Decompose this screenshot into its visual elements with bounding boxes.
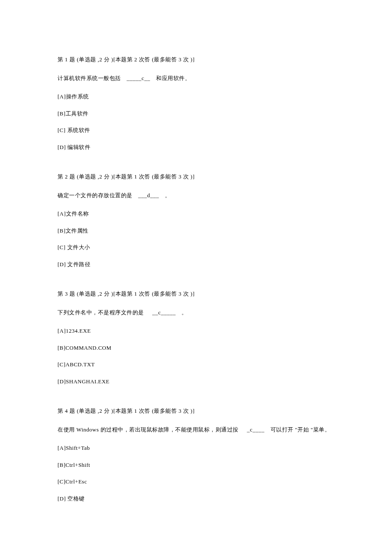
option-d: [D] 文件路径 <box>58 260 334 269</box>
stem-post: 和应用软件。 <box>156 75 190 81</box>
option-b: [B]COMMAND.COM <box>58 344 334 352</box>
stem-blank: __c_____ <box>152 309 176 316</box>
question-stem: 下列文件名中，不是程序文件的是 __c_____ 。 <box>58 308 334 317</box>
stem-post: 可以打开 "开始 "菜单。 <box>271 426 331 433</box>
stem-blank: _____c__ <box>127 75 150 81</box>
question-stem: 在使用 Windows 的过程中，若出现鼠标故障，不能使用鼠标，则通过按 _c_… <box>58 426 334 434</box>
question-1: 第 1 题 (单选题 ,2 分 )[本题第 2 次答 (最多能答 3 次 )] … <box>58 55 334 151</box>
option-d: [D]SHANGHAI.EXE <box>58 377 334 386</box>
option-a: [A]Shift+Tab <box>58 444 334 452</box>
option-c: [C]ABCD.TXT <box>58 360 334 369</box>
question-stem: 确定一个文件的存放位置的是 ___d___ 。 <box>58 191 334 200</box>
option-b: [B]工具软件 <box>58 109 334 118</box>
option-c: [C] 文件大小 <box>58 243 334 252</box>
stem-blank: _c____ <box>247 426 265 433</box>
option-d: [D] 编辑软件 <box>58 143 334 152</box>
option-c: [C] 系统软件 <box>58 126 334 135</box>
option-d: [D] 空格键 <box>58 495 334 503</box>
question-header: 第 3 题 (单选题 ,2 分 )[本题第 1 次答 (最多能答 3 次 )] <box>58 290 334 298</box>
stem-blank: ___d___ <box>138 192 159 198</box>
question-header: 第 2 题 (单选题 ,2 分 )[本题第 1 次答 (最多能答 3 次 )] <box>58 173 334 181</box>
option-a: [A]1234.EXE <box>58 327 334 335</box>
stem-pre: 下列文件名中，不是程序文件的是 <box>58 309 144 316</box>
question-stem: 计算机软件系统一般包括 _____c__ 和应用软件。 <box>58 74 334 83</box>
stem-pre: 确定一个文件的存放位置的是 <box>58 192 133 198</box>
option-c: [C]Ctrl+Esc <box>58 477 334 486</box>
option-a: [A]文件名称 <box>58 210 334 218</box>
option-b: [B]Ctrl+Shift <box>58 461 334 469</box>
question-2: 第 2 题 (单选题 ,2 分 )[本题第 1 次答 (最多能答 3 次 )] … <box>58 173 334 268</box>
option-b: [B]文件属性 <box>58 227 334 235</box>
stem-post: 。 <box>182 309 187 316</box>
question-3: 第 3 题 (单选题 ,2 分 )[本题第 1 次答 (最多能答 3 次 )] … <box>58 290 334 385</box>
question-header: 第 4 题 (单选题 ,2 分 )[本题第 1 次答 (最多能答 3 次 )] <box>58 407 334 415</box>
option-a: [A]操作系统 <box>58 92 334 101</box>
question-4: 第 4 题 (单选题 ,2 分 )[本题第 1 次答 (最多能答 3 次 )] … <box>58 407 334 503</box>
question-header: 第 1 题 (单选题 ,2 分 )[本题第 2 次答 (最多能答 3 次 )] <box>58 55 334 64</box>
stem-pre: 在使用 Windows 的过程中，若出现鼠标故障，不能使用鼠标，则通过按 <box>58 426 239 433</box>
stem-post: 。 <box>165 192 171 198</box>
stem-pre: 计算机软件系统一般包括 <box>58 75 121 81</box>
